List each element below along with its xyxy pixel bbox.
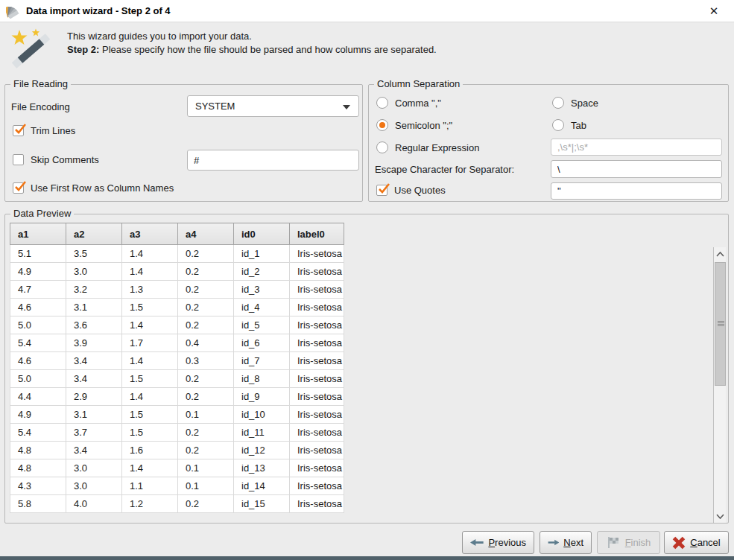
table-cell: 1.1 <box>122 477 178 495</box>
data-import-wizard-dialog: Data import wizard - Step 2 of 4 ✕ This … <box>0 0 734 560</box>
table-cell: 3.4 <box>66 442 122 459</box>
space-label: Space <box>571 98 598 109</box>
file-reading-group: File Reading File Encoding SYSTEM Trim L… <box>4 84 363 202</box>
table-cell: 0.2 <box>178 495 234 513</box>
close-icon[interactable]: ✕ <box>703 2 725 20</box>
table-row[interactable]: 4.73.21.30.2id_3Iris-setosa <box>10 281 344 299</box>
table-row[interactable]: 4.83.01.40.1id_13Iris-setosa <box>10 459 344 477</box>
table-cell: 0.1 <box>178 459 234 477</box>
table-row[interactable]: 4.42.91.40.2id_9Iris-setosa <box>10 388 344 406</box>
table-cell: Iris-setosa <box>290 424 344 442</box>
table-row[interactable]: 5.03.61.40.2id_5Iris-setosa <box>10 316 344 334</box>
file-reading-legend: File Reading <box>10 78 71 89</box>
table-cell: Iris-setosa <box>290 406 344 424</box>
scroll-up-icon[interactable] <box>714 247 727 261</box>
table-cell: id_7 <box>234 352 290 370</box>
table-cell: Iris-setosa <box>290 245 344 263</box>
table-row[interactable]: 4.83.41.60.2id_12Iris-setosa <box>10 442 344 459</box>
regex-input[interactable] <box>551 139 722 156</box>
table-header-cell[interactable]: label0 <box>290 223 344 245</box>
scroll-down-icon[interactable] <box>714 509 727 523</box>
table-header-cell[interactable]: a1 <box>10 223 66 245</box>
table-row[interactable]: 4.63.11.50.2id_4Iris-setosa <box>10 299 344 316</box>
table-header-cell[interactable]: a3 <box>122 223 178 245</box>
table-cell: 4.3 <box>10 477 66 495</box>
table-header-cell[interactable]: a4 <box>178 223 234 245</box>
table-cell: 5.0 <box>10 370 66 388</box>
next-button[interactable]: Next <box>540 531 592 554</box>
skip-comments-checkbox[interactable]: Skip Comments <box>13 154 99 165</box>
table-cell: 4.6 <box>10 299 66 316</box>
previous-label: Previous <box>488 537 526 548</box>
table-row[interactable]: 5.03.41.50.2id_8Iris-setosa <box>10 370 344 388</box>
column-separation-group: Column Separation Comma "," Space Semico… <box>368 84 729 202</box>
previous-button[interactable]: Previous <box>462 531 534 554</box>
table-row[interactable]: 4.63.41.40.3id_7Iris-setosa <box>10 352 344 370</box>
table-cell: Iris-setosa <box>290 263 344 281</box>
table-cell: Iris-setosa <box>290 459 344 477</box>
first-row-column-names-checkbox[interactable]: Use First Row as Column Names <box>13 182 174 194</box>
banner-line1: This wizard guides you to import your da… <box>67 30 437 43</box>
table-header-cell[interactable]: id0 <box>234 223 290 245</box>
regex-label: Regular Expression <box>395 142 479 153</box>
table-cell: 1.5 <box>122 406 178 424</box>
table-cell: 1.6 <box>122 442 178 459</box>
table-cell: 0.2 <box>178 370 234 388</box>
table-row[interactable]: 5.43.91.70.4id_6Iris-setosa <box>10 334 344 352</box>
use-quotes-checkbox[interactable]: Use Quotes <box>376 185 446 196</box>
radio-unselected-icon <box>376 97 388 109</box>
comma-radio[interactable]: Comma "," <box>376 97 441 109</box>
table-cell: 1.3 <box>122 281 178 299</box>
table-row[interactable]: 4.93.01.40.2id_2Iris-setosa <box>10 263 344 281</box>
table-row[interactable]: 5.84.01.20.2id_15Iris-setosa <box>10 495 344 513</box>
tab-radio[interactable]: Tab <box>552 119 586 131</box>
table-row[interactable]: 5.13.51.40.2id_1Iris-setosa <box>10 245 344 263</box>
regex-radio[interactable]: Regular Expression <box>376 141 479 153</box>
table-cell: 3.9 <box>66 334 122 352</box>
table-row[interactable]: 5.43.71.50.2id_11Iris-setosa <box>10 424 344 442</box>
table-cell: id_8 <box>234 370 290 388</box>
table-header-cell[interactable]: a2 <box>66 223 122 245</box>
semicolon-label: Semicolon ";" <box>395 120 452 131</box>
table-cell: 1.5 <box>122 370 178 388</box>
scrollbar-thumb[interactable] <box>715 262 726 386</box>
table-cell: id_4 <box>234 299 290 316</box>
table-cell: 0.2 <box>178 424 234 442</box>
table-row[interactable]: 4.33.01.10.1id_14Iris-setosa <box>10 477 344 495</box>
quote-character-input[interactable] <box>551 182 722 200</box>
table-cell: id_10 <box>234 406 290 424</box>
table-cell: 4.4 <box>10 388 66 406</box>
table-cell: 3.2 <box>66 281 122 299</box>
table-cell: 5.4 <box>10 334 66 352</box>
arrow-right-icon <box>548 538 559 547</box>
table-cell: 3.4 <box>66 352 122 370</box>
red-x-icon <box>672 536 686 550</box>
table-row[interactable]: 4.93.11.50.1id_10Iris-setosa <box>10 406 344 424</box>
escape-character-label: Escape Character for Separator: <box>375 164 514 175</box>
table-cell: 0.1 <box>178 477 234 495</box>
file-encoding-value: SYSTEM <box>195 101 235 112</box>
space-radio[interactable]: Space <box>552 97 598 109</box>
table-cell: id_2 <box>234 263 290 281</box>
table-cell: 5.4 <box>10 424 66 442</box>
table-cell: 5.1 <box>10 245 66 263</box>
file-encoding-select[interactable]: SYSTEM <box>187 95 359 117</box>
window-bottom-edge <box>0 556 734 560</box>
table-cell: Iris-setosa <box>290 316 344 334</box>
table-cell: 1.4 <box>122 263 178 281</box>
table-cell: 0.2 <box>178 299 234 316</box>
table-cell: Iris-setosa <box>290 370 344 388</box>
data-preview-legend: Data Preview <box>10 208 74 219</box>
cancel-button[interactable]: Cancel <box>664 531 729 554</box>
skip-comments-input[interactable] <box>187 150 359 171</box>
skip-comments-label: Skip Comments <box>31 154 99 165</box>
table-header-row: a1a2a3a4id0label0 <box>10 223 344 245</box>
table-cell: id_9 <box>234 388 290 406</box>
escape-character-input[interactable] <box>551 160 722 178</box>
semicolon-radio[interactable]: Semicolon ";" <box>376 119 452 131</box>
table-cell: id_5 <box>234 316 290 334</box>
vertical-scrollbar[interactable] <box>713 247 726 523</box>
finish-button[interactable]: Finish <box>597 531 660 554</box>
table-cell: id_3 <box>234 281 290 299</box>
trim-lines-checkbox[interactable]: Trim Lines <box>13 125 75 136</box>
